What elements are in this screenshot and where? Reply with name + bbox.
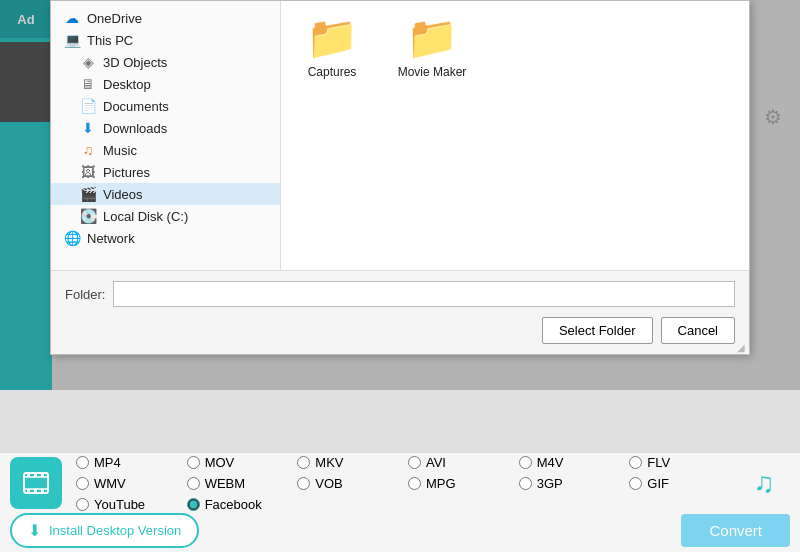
tree-item-desktop[interactable]: 🖥Desktop bbox=[51, 73, 280, 95]
svg-rect-1 bbox=[24, 477, 48, 489]
radio-webm[interactable] bbox=[187, 477, 200, 490]
format-wmv[interactable]: WMV bbox=[76, 476, 185, 491]
download-icon: ⬇ bbox=[28, 521, 41, 540]
tree-label-pictures: Pictures bbox=[103, 165, 150, 180]
format-mov[interactable]: MOV bbox=[187, 455, 296, 470]
tree-item-downloads[interactable]: ⬇Downloads bbox=[51, 117, 280, 139]
localdisk-icon: 💽 bbox=[79, 208, 97, 224]
format-mp4[interactable]: MP4 bbox=[76, 455, 185, 470]
desktop-icon: 🖥 bbox=[79, 76, 97, 92]
folder-captures[interactable]: 📁Captures bbox=[297, 17, 367, 79]
radio-mkv[interactable] bbox=[297, 456, 310, 469]
bottom-bar: MP4 MOV MKV AVI M4V FLV WMV WEBM bbox=[0, 452, 800, 552]
radio-gif[interactable] bbox=[629, 477, 642, 490]
music-icon-area: ♫ bbox=[738, 457, 790, 509]
radio-mov[interactable] bbox=[187, 456, 200, 469]
videos-icon: 🎬 bbox=[79, 186, 97, 202]
radio-youtube[interactable] bbox=[76, 498, 89, 511]
music-note-icon: ♫ bbox=[754, 467, 775, 499]
downloads-icon: ⬇ bbox=[79, 120, 97, 136]
format-avi[interactable]: AVI bbox=[408, 455, 517, 470]
folder-label-captures: Captures bbox=[308, 65, 357, 79]
radio-m4v[interactable] bbox=[519, 456, 532, 469]
format-options: MP4 MOV MKV AVI M4V FLV WMV WEBM bbox=[76, 455, 738, 512]
tree-item-3dobjects[interactable]: ◈3D Objects bbox=[51, 51, 280, 73]
radio-flv[interactable] bbox=[629, 456, 642, 469]
radio-avi[interactable] bbox=[408, 456, 421, 469]
install-label: Install Desktop Version bbox=[49, 523, 181, 538]
tree-item-thispc[interactable]: 💻This PC bbox=[51, 29, 280, 51]
svg-rect-2 bbox=[27, 473, 30, 477]
documents-icon: 📄 bbox=[79, 98, 97, 114]
tree-label-music: Music bbox=[103, 143, 137, 158]
dialog-bottom: Folder: Select Folder Cancel bbox=[51, 270, 749, 354]
format-gif[interactable]: GIF bbox=[629, 476, 738, 491]
tree-label-downloads: Downloads bbox=[103, 121, 167, 136]
tree-label-onedrive: OneDrive bbox=[87, 11, 142, 26]
format-bar: MP4 MOV MKV AVI M4V FLV WMV WEBM bbox=[0, 453, 800, 513]
format-3gp[interactable]: 3GP bbox=[519, 476, 628, 491]
tree-item-pictures[interactable]: 🖼Pictures bbox=[51, 161, 280, 183]
cancel-button[interactable]: Cancel bbox=[661, 317, 735, 344]
folder-input-row: Folder: bbox=[65, 281, 735, 307]
install-button[interactable]: ⬇ Install Desktop Version bbox=[10, 513, 199, 548]
3dobjects-icon: ◈ bbox=[79, 54, 97, 70]
radio-mp4[interactable] bbox=[76, 456, 89, 469]
radio-vob[interactable] bbox=[297, 477, 310, 490]
onedrive-icon: ☁ bbox=[63, 10, 81, 26]
tree-item-onedrive[interactable]: ☁OneDrive bbox=[51, 7, 280, 29]
svg-rect-7 bbox=[41, 489, 44, 493]
tree-label-videos: Videos bbox=[103, 187, 143, 202]
tree-label-documents: Documents bbox=[103, 99, 169, 114]
format-m4v[interactable]: M4V bbox=[519, 455, 628, 470]
resize-handle[interactable]: ◢ bbox=[737, 342, 749, 354]
content-area: 📁Captures📁Movie Maker bbox=[281, 1, 749, 270]
tree-item-localdisk[interactable]: 💽Local Disk (C:) bbox=[51, 205, 280, 227]
tree-label-localdisk: Local Disk (C:) bbox=[103, 209, 188, 224]
tree-item-music[interactable]: ♫Music bbox=[51, 139, 280, 161]
bottom-actions: ⬇ Install Desktop Version Convert bbox=[0, 513, 800, 548]
dialog-body: ☁OneDrive💻This PC◈3D Objects🖥Desktop📄Doc… bbox=[51, 1, 749, 270]
folder-label-moviemaker: Movie Maker bbox=[398, 65, 467, 79]
svg-rect-5 bbox=[27, 489, 30, 493]
tree-label-thispc: This PC bbox=[87, 33, 133, 48]
tree-label-desktop: Desktop bbox=[103, 77, 151, 92]
tree-label-network: Network bbox=[87, 231, 135, 246]
folder-icon-moviemaker: 📁 bbox=[406, 17, 458, 59]
radio-mpg[interactable] bbox=[408, 477, 421, 490]
thispc-icon: 💻 bbox=[63, 32, 81, 48]
radio-facebook[interactable] bbox=[187, 498, 200, 511]
folder-label: Folder: bbox=[65, 287, 105, 302]
svg-rect-6 bbox=[34, 489, 37, 493]
svg-rect-3 bbox=[34, 473, 37, 477]
format-flv[interactable]: FLV bbox=[629, 455, 738, 470]
film-icon bbox=[10, 457, 62, 509]
radio-wmv[interactable] bbox=[76, 477, 89, 490]
format-mkv[interactable]: MKV bbox=[297, 455, 406, 470]
svg-rect-4 bbox=[41, 473, 44, 477]
tree-label-3dobjects: 3D Objects bbox=[103, 55, 167, 70]
format-vob[interactable]: VOB bbox=[297, 476, 406, 491]
file-dialog: ☁OneDrive💻This PC◈3D Objects🖥Desktop📄Doc… bbox=[50, 0, 750, 355]
convert-button[interactable]: Convert bbox=[681, 514, 790, 547]
tree-item-documents[interactable]: 📄Documents bbox=[51, 95, 280, 117]
tree-item-videos[interactable]: 🎬Videos bbox=[51, 183, 280, 205]
folder-moviemaker[interactable]: 📁Movie Maker bbox=[397, 17, 467, 79]
radio-3gp[interactable] bbox=[519, 477, 532, 490]
tree-panel: ☁OneDrive💻This PC◈3D Objects🖥Desktop📄Doc… bbox=[51, 1, 281, 270]
network-icon: 🌐 bbox=[63, 230, 81, 246]
folder-input[interactable] bbox=[113, 281, 735, 307]
format-youtube[interactable]: YouTube bbox=[76, 497, 185, 512]
dialog-buttons: Select Folder Cancel bbox=[65, 317, 735, 344]
format-webm[interactable]: WEBM bbox=[187, 476, 296, 491]
format-mpg[interactable]: MPG bbox=[408, 476, 517, 491]
tree-item-network[interactable]: 🌐Network bbox=[51, 227, 280, 249]
select-folder-button[interactable]: Select Folder bbox=[542, 317, 653, 344]
music-icon: ♫ bbox=[79, 142, 97, 158]
format-facebook[interactable]: Facebook bbox=[187, 497, 296, 512]
pictures-icon: 🖼 bbox=[79, 164, 97, 180]
folder-icon-captures: 📁 bbox=[306, 17, 358, 59]
